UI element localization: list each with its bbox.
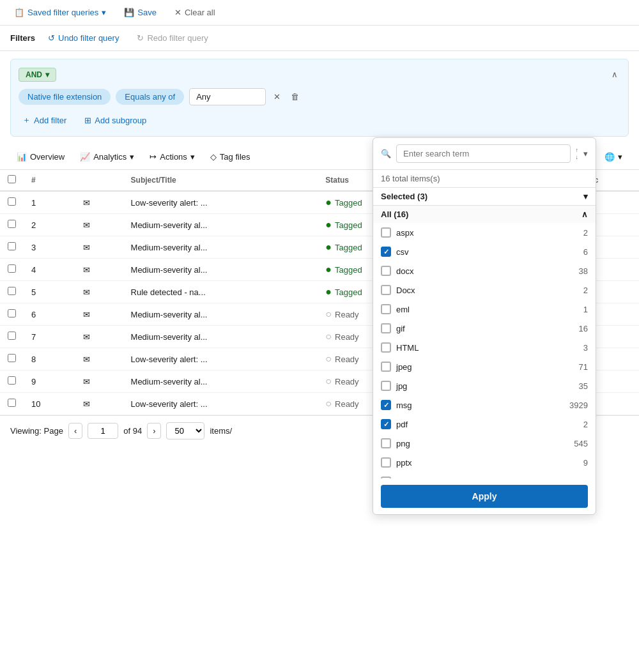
collapse-group-button[interactable]: ∧ (609, 67, 620, 82)
row-num: 1 (24, 191, 75, 214)
row-checkbox-cell[interactable] (0, 303, 24, 326)
item-checkbox[interactable] (381, 438, 391, 448)
item-checkbox[interactable] (381, 419, 391, 429)
select-all-checkbox[interactable] (8, 175, 16, 183)
sort-asc-icon[interactable]: ↑ (576, 147, 579, 153)
filter-bar: Filters ↺ Undo filter query ↻ Redo filte… (0, 26, 639, 51)
row-checkbox-cell[interactable] (0, 370, 24, 393)
extension-list-item[interactable]: Docx 2 (373, 280, 596, 300)
extension-list-item[interactable]: pst 2 (373, 472, 596, 478)
list-item-left: csv (381, 247, 409, 257)
item-name: pdf (396, 420, 408, 429)
clear-value-button[interactable]: ✕ (271, 89, 283, 104)
item-count: 9 (583, 458, 588, 468)
extension-list-item[interactable]: pdf 2 (373, 415, 596, 434)
operator-badge[interactable]: AND ▾ (19, 68, 56, 82)
list-item-left: png (381, 438, 410, 448)
all-section-header[interactable]: All (16) ∧ (373, 206, 596, 223)
item-checkbox[interactable] (381, 362, 391, 372)
row-checkbox[interactable] (8, 376, 16, 385)
items-per-page-select[interactable]: 50 25 100 (166, 422, 204, 439)
search-icon: 🔍 (381, 149, 391, 158)
row-checkbox[interactable] (8, 264, 16, 273)
selected-section-header[interactable]: Selected (3) ▾ (373, 188, 596, 206)
saved-filter-queries-button[interactable]: 📋 Saved filter queries ▾ (10, 5, 110, 20)
extension-list-item[interactable]: jpeg 71 (373, 357, 596, 376)
row-checkbox-cell[interactable] (0, 348, 24, 370)
item-name: pst (396, 477, 407, 479)
extension-list-item[interactable]: docx 38 (373, 261, 596, 280)
row-checkbox[interactable] (8, 399, 16, 407)
plus-icon: ＋ (22, 114, 31, 126)
actions-button[interactable]: ↦ Actions ▾ (143, 148, 201, 165)
row-checkbox[interactable] (8, 332, 16, 340)
globe-button[interactable]: 🌐 ▾ (598, 148, 629, 165)
item-checkbox[interactable] (381, 323, 391, 333)
save-button[interactable]: 💾 Save (120, 5, 160, 20)
extension-list-item[interactable]: png 545 (373, 434, 596, 453)
item-checkbox[interactable] (381, 342, 391, 353)
row-checkbox[interactable] (8, 197, 16, 206)
extension-list-item[interactable]: jpg 35 (373, 376, 596, 395)
item-checkbox[interactable] (381, 285, 391, 295)
item-name: gif (396, 324, 405, 333)
item-checkbox[interactable] (381, 304, 391, 314)
undo-filter-button[interactable]: ↺ Undo filter query (43, 31, 124, 45)
item-name: csv (396, 247, 409, 257)
operator-chip[interactable]: Equals any of (116, 89, 184, 105)
item-checkbox[interactable] (381, 477, 391, 478)
chevron-down-icon[interactable]: ▾ (583, 149, 588, 158)
add-filter-button[interactable]: ＋ Add filter (19, 112, 70, 128)
row-subject: Medium-severity al... (123, 214, 318, 236)
extension-list-item[interactable]: HTML 3 (373, 338, 596, 357)
row-checkbox-cell[interactable] (0, 236, 24, 259)
row-checkbox[interactable] (8, 354, 16, 362)
item-count: 545 (574, 439, 588, 448)
prev-page-button[interactable]: ‹ (68, 423, 82, 439)
row-checkbox-cell[interactable] (0, 326, 24, 348)
search-input[interactable] (396, 144, 571, 163)
extension-list-item[interactable]: pptx 9 (373, 453, 596, 472)
item-checkbox[interactable] (381, 381, 391, 391)
add-subgroup-button[interactable]: ⊞ Add subgroup (81, 113, 150, 128)
extension-list-item[interactable]: eml 1 (373, 300, 596, 319)
row-checkbox-cell[interactable] (0, 393, 24, 415)
save-icon: 💾 (124, 8, 134, 17)
tag-files-button[interactable]: ◇ Tag files (204, 148, 257, 165)
selected-label: Selected (3) (381, 192, 427, 201)
row-checkbox-cell[interactable] (0, 191, 24, 214)
list-item-left: jpg (381, 381, 407, 391)
row-checkbox[interactable] (8, 309, 16, 317)
row-checkbox[interactable] (8, 242, 16, 250)
row-email-icon: ✉ (75, 281, 123, 303)
item-count: 2 (583, 286, 588, 295)
row-checkbox-cell[interactable] (0, 281, 24, 303)
extension-list-item[interactable]: csv 6 (373, 242, 596, 261)
clear-all-button[interactable]: ✕ Clear all (171, 5, 219, 20)
apply-button[interactable]: Apply (381, 485, 588, 508)
row-checkbox[interactable] (8, 287, 16, 295)
col-subject[interactable]: Subject/Title (123, 170, 318, 191)
page-number-input[interactable] (88, 423, 118, 439)
redo-filter-button[interactable]: ↻ Redo filter query (132, 31, 213, 45)
row-checkbox-cell[interactable] (0, 259, 24, 281)
row-num: 7 (24, 326, 75, 348)
select-all-header[interactable] (0, 170, 24, 191)
delete-filter-button[interactable]: 🗑 (288, 89, 302, 104)
filters-label: Filters (10, 33, 35, 43)
extension-list-item[interactable]: msg 3929 (373, 395, 596, 415)
item-checkbox[interactable] (381, 247, 391, 257)
row-checkbox-cell[interactable] (0, 214, 24, 236)
row-checkbox[interactable] (8, 220, 16, 228)
item-checkbox[interactable] (381, 400, 391, 410)
item-checkbox[interactable] (381, 457, 391, 468)
analytics-button[interactable]: 📈 Analytics ▾ (73, 148, 141, 165)
field-chip[interactable]: Native file extension (19, 89, 111, 105)
item-checkbox[interactable] (381, 266, 391, 276)
extension-list-item[interactable]: aspx 2 (373, 223, 596, 242)
sort-desc-icon[interactable]: ↓ (576, 154, 579, 160)
extension-list-item[interactable]: gif 16 (373, 319, 596, 338)
next-page-button[interactable]: › (147, 423, 161, 439)
overview-button[interactable]: 📊 Overview (10, 148, 71, 165)
item-checkbox[interactable] (381, 227, 391, 238)
